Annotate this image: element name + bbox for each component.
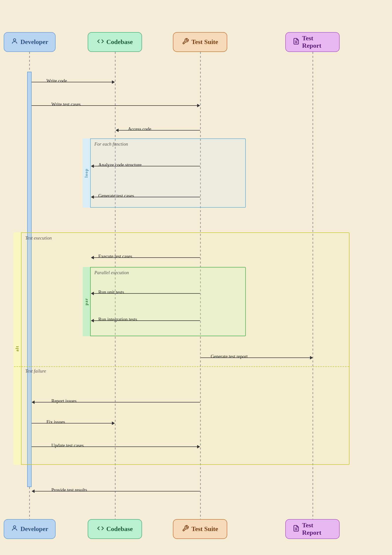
message-report-issues: Report issues: [32, 399, 200, 405]
label-generate-test: Generate test cases: [98, 193, 134, 199]
message-write-test-cases: Write test cases: [32, 103, 200, 109]
par-keyword-box: par: [83, 267, 91, 336]
arrow-left-unit: [91, 292, 94, 295]
actor-codebase-bottom-label: Codebase: [106, 525, 133, 533]
actor-testreport-bottom: Test Report: [285, 519, 340, 539]
arrow-left-access: [116, 129, 119, 132]
arrow-left-report-issues: [32, 400, 35, 404]
message-run-integration: Run integration tests: [91, 318, 200, 324]
actor-developer-bottom: Developer: [4, 519, 56, 539]
fragment-par: par Parallel execution: [83, 267, 246, 336]
label-write-code: Write code: [46, 78, 67, 84]
message-fix-line: [32, 423, 112, 423]
label-analyze-code: Analyze code structure: [98, 162, 142, 168]
message-provide-results: Provide test results: [32, 488, 200, 494]
arrow-left-provide: [32, 489, 35, 493]
person-icon: [11, 38, 18, 46]
actor-developer-top-label: Developer: [21, 38, 48, 46]
label-provide-results: Provide test results: [51, 487, 87, 493]
loop-keyword-label: loop: [84, 168, 89, 178]
message-write-code: Write code: [32, 79, 115, 85]
document-icon-top: [293, 38, 300, 46]
code-icon: [97, 38, 104, 46]
label-run-unit: Run unit tests: [98, 289, 124, 295]
alt-condition: Test execution: [25, 235, 52, 241]
message-analyze-code: Analyze code structure: [91, 163, 200, 169]
label-generate-report: Generate test report: [211, 354, 248, 359]
actor-testsuite-bottom-label: Test Suite: [191, 525, 218, 533]
label-access-code: Access code: [128, 126, 151, 132]
actor-developer-bottom-label: Developer: [21, 525, 48, 533]
label-execute-test: Execute test cases: [98, 254, 132, 259]
label-report-issues: Report issues: [51, 398, 77, 404]
arrow-right-fix: [112, 422, 115, 425]
message-generate-test: Generate test cases: [91, 194, 200, 200]
actor-developer-top: Developer: [4, 32, 56, 52]
svg-point-3: [13, 526, 16, 528]
actor-testreport-top: Test Report: [285, 32, 340, 52]
label-run-integration: Run integration tests: [98, 317, 137, 322]
label-update-test: Update test cases: [51, 443, 84, 448]
wrench-icon-bottom: [182, 525, 189, 533]
actor-codebase-top: Codebase: [88, 32, 142, 52]
actor-codebase-top-label: Codebase: [106, 38, 133, 46]
arrow-left-execute: [91, 256, 94, 259]
actor-testsuite-top-label: Test Suite: [191, 38, 218, 46]
actor-testreport-bottom-label: Test Report: [302, 522, 332, 536]
svg-point-0: [13, 39, 16, 41]
person-icon-bottom: [11, 525, 18, 533]
actor-testsuite-bottom: Test Suite: [173, 519, 227, 539]
message-access-code: Access code: [116, 127, 200, 133]
message-generate-report: Generate test report: [201, 355, 313, 361]
document-icon-bottom: [293, 525, 300, 533]
alt-keyword-label: alt: [15, 346, 20, 352]
arrow-right-write-test: [197, 104, 200, 107]
message-update-test: Update test cases: [32, 444, 200, 450]
par-condition: Parallel execution: [94, 270, 129, 275]
arrow-left-integration: [91, 319, 94, 322]
loop-keyword-box: loop: [83, 138, 91, 208]
arrow-right-update: [197, 445, 200, 448]
arrow-right-report: [310, 356, 313, 359]
label-write-test: Write test cases: [51, 102, 81, 107]
arrow-left-generate: [91, 195, 94, 199]
diagram-container: Developer Codebase Test Suite: [0, 0, 392, 555]
wrench-icon-top: [182, 38, 189, 46]
arrow-right-write-code: [112, 80, 115, 84]
actor-codebase-bottom: Codebase: [88, 519, 142, 539]
alt-divider-label: Test failure: [25, 368, 46, 374]
message-write-code-line: [32, 82, 112, 82]
message-fix-issues: Fix issues: [32, 420, 115, 426]
loop-condition: For each function: [94, 141, 128, 147]
actor-testreport-top-label: Test Report: [302, 35, 332, 49]
code-icon-bottom: [97, 525, 104, 533]
actor-testsuite-top: Test Suite: [173, 32, 227, 52]
label-fix-issues: Fix issues: [46, 419, 65, 425]
alt-divider: [14, 366, 349, 367]
par-keyword-label: par: [84, 298, 89, 305]
arrow-left-analyze: [91, 164, 94, 168]
message-execute-test: Execute test cases: [91, 255, 200, 261]
alt-keyword-box: alt: [14, 232, 21, 465]
message-run-unit: Run unit tests: [91, 290, 200, 296]
